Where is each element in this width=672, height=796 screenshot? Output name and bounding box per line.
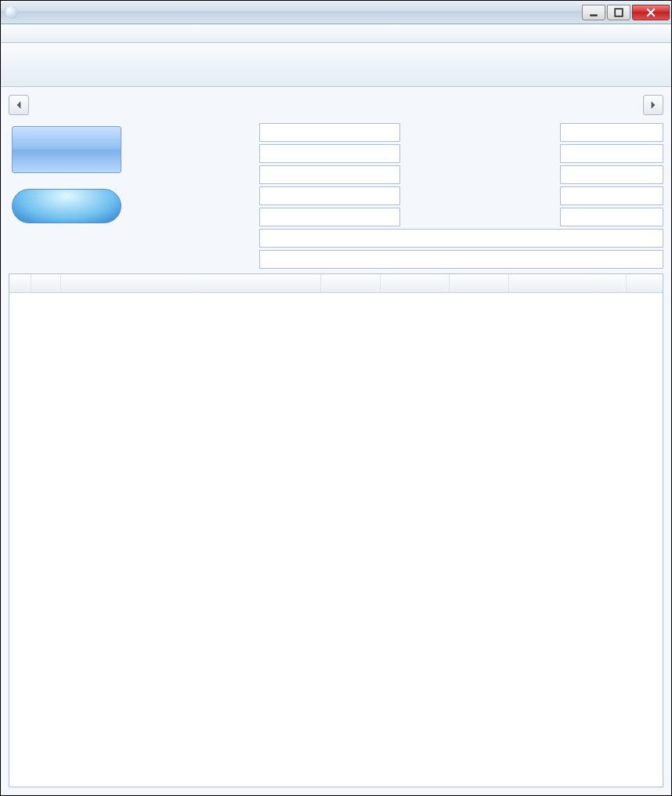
col-id[interactable] <box>31 274 61 292</box>
serial-value[interactable] <box>259 144 400 163</box>
svg-rect-1 <box>615 9 623 16</box>
app-icon <box>5 6 18 19</box>
col-status-icon[interactable] <box>9 274 31 292</box>
minimize-button[interactable] <box>582 5 605 20</box>
table-body[interactable] <box>9 293 663 787</box>
menubar <box>1 24 671 43</box>
table-header <box>9 274 663 293</box>
col-raw[interactable] <box>509 274 627 292</box>
app-window <box>0 0 672 796</box>
interface-value[interactable] <box>259 165 400 184</box>
maximize-button[interactable] <box>607 5 630 20</box>
next-drive-button[interactable] <box>643 95 663 115</box>
drive-selector-bar <box>1 43 671 87</box>
rpm-label <box>405 165 555 184</box>
blank-value-1[interactable] <box>560 123 663 142</box>
prev-drive-button[interactable] <box>9 95 29 115</box>
power-on-count-label <box>405 186 555 205</box>
svg-rect-0 <box>590 14 598 16</box>
rpm-value[interactable] <box>560 165 663 184</box>
col-threshold[interactable] <box>450 274 509 292</box>
blank-label-2 <box>405 144 555 163</box>
transfer-mode-value[interactable] <box>259 186 400 205</box>
power-on-count-value[interactable] <box>560 186 663 205</box>
col-worst[interactable] <box>381 274 450 292</box>
features-value[interactable] <box>259 250 663 269</box>
blank-label-1 <box>405 123 555 142</box>
health-status-box[interactable] <box>12 126 121 173</box>
power-on-hours-label <box>405 208 555 226</box>
temperature-box[interactable] <box>12 189 121 223</box>
drive-letter-value[interactable] <box>259 208 400 226</box>
close-button[interactable] <box>632 5 670 20</box>
col-current[interactable] <box>321 274 381 292</box>
blank-value-2[interactable] <box>560 144 663 163</box>
titlebar[interactable] <box>1 1 671 24</box>
col-attribute[interactable] <box>61 274 321 292</box>
smart-table <box>9 273 663 787</box>
standard-value[interactable] <box>259 229 663 248</box>
firmware-value[interactable] <box>259 123 400 142</box>
power-on-hours-value[interactable] <box>560 208 663 226</box>
